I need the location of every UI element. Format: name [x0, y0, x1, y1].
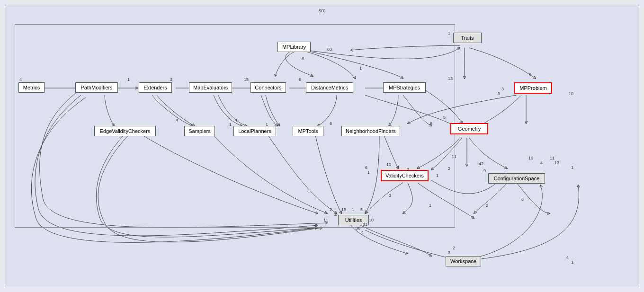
edge-label-2b: 2 — [407, 167, 409, 172]
edge-label-1e: 1 — [571, 165, 573, 170]
edge-label-6d: 6 — [430, 121, 432, 126]
node-mapevaluators[interactable]: MapEvaluators — [189, 82, 232, 93]
edge-label-12: 12 — [555, 160, 559, 165]
edge-label-4e: 4 — [361, 230, 364, 235]
edge-label-11b: 11 — [550, 156, 555, 160]
edge-label-6f: 6 — [521, 197, 524, 202]
edge-label-31: 31 — [363, 222, 367, 227]
diagram-container: src — [5, 5, 639, 287]
edge-label-4a: 4 — [19, 77, 22, 82]
node-samplers[interactable]: Samplers — [184, 126, 215, 136]
edge-label-4d: 4 — [540, 160, 543, 165]
edge-label-9b: 9 — [483, 168, 486, 173]
edge-label-1h: 1 — [429, 203, 431, 208]
node-configurationspace[interactable]: ConfigurationSpace — [488, 173, 545, 184]
node-localplanners[interactable]: LocalPlanners — [233, 126, 276, 136]
edge-label-4f: 4 — [566, 255, 569, 260]
edge-label-2a: 2 — [448, 166, 450, 171]
edge-label-1j: 1 — [571, 260, 573, 265]
node-metrics[interactable]: Metrics — [18, 82, 45, 93]
edge-label-1f: 1 — [367, 170, 370, 175]
node-distancemetrics[interactable]: DistanceMetrics — [306, 82, 353, 93]
edge-label-3a: 3 — [170, 77, 172, 82]
node-mplibrary[interactable]: MPLibrary — [277, 42, 311, 52]
edge-label-42: 42 — [479, 161, 483, 166]
edge-label-5b: 5 — [360, 207, 363, 212]
node-extenders[interactable]: Extenders — [139, 82, 172, 93]
node-validitycheckers[interactable]: ValidityCheckers — [381, 170, 429, 181]
edge-label-6a: 6 — [302, 56, 304, 61]
edge-label-1a: 1 — [127, 77, 130, 82]
edge-label-1b: 1 — [359, 66, 362, 71]
edge-label-9: 9 — [529, 72, 531, 77]
node-neighborhoodfinders[interactable]: NeighborhoodFinders — [341, 126, 400, 136]
edge-label-3c: 3 — [498, 91, 500, 96]
edge-label-10c: 10 — [386, 162, 391, 167]
edge-label-36: 36 — [356, 226, 360, 230]
edge-label-3e: 3 — [448, 250, 450, 255]
node-workspace[interactable]: Workspace — [446, 256, 481, 266]
edge-label-10d: 10 — [369, 218, 374, 222]
node-mpstrategies[interactable]: MPStrategies — [383, 82, 426, 93]
edge-label-13: 13 — [448, 76, 453, 81]
edge-label-5: 5 — [443, 115, 446, 120]
edge-label-1d: 1 — [266, 122, 268, 127]
node-geometry[interactable]: Geometry — [450, 123, 488, 134]
edge-label-10a: 10 — [569, 91, 573, 96]
edge-label-2e: 2 — [334, 212, 337, 217]
edge-label-15: 15 — [244, 77, 249, 82]
edge-label-11c: 11 — [323, 218, 328, 222]
node-mptools[interactable]: MPTools — [293, 126, 323, 136]
edge-label-83: 83 — [327, 47, 332, 52]
edge-label-19: 19 — [341, 207, 346, 212]
edge-label-1i: 1 — [352, 207, 354, 212]
edge-label-10b: 10 — [528, 156, 533, 160]
edge-label-2f: 2 — [453, 246, 455, 250]
edge-label-4b: 4 — [176, 118, 178, 123]
edge-label-3d: 3 — [389, 193, 391, 198]
edge-label-6b: 6 — [299, 77, 301, 82]
edge-label-2c: 2 — [486, 203, 488, 208]
diagram-title: src — [319, 8, 326, 13]
node-pathmodifiers[interactable]: PathModifiers — [75, 82, 118, 93]
node-edgevaliditycheckers[interactable]: EdgeValidityCheckers — [94, 126, 156, 136]
edge-label-1: 1 — [448, 31, 450, 36]
edge-label-1c: 1 — [229, 122, 232, 127]
edge-label-2d: 2 — [330, 207, 332, 212]
edge-label-1g: 1 — [436, 173, 438, 178]
node-connectors[interactable]: Connectors — [250, 82, 286, 93]
edge-label-11: 11 — [452, 154, 456, 159]
edge-label-6c: 6 — [330, 121, 332, 126]
node-traits[interactable]: Traits — [453, 33, 482, 43]
node-mpproblem[interactable]: MPProblem — [514, 82, 552, 94]
edge-label-3b: 3 — [501, 87, 504, 91]
edge-label-4c: 4 — [235, 118, 237, 123]
edge-label-6e: 6 — [365, 165, 367, 170]
